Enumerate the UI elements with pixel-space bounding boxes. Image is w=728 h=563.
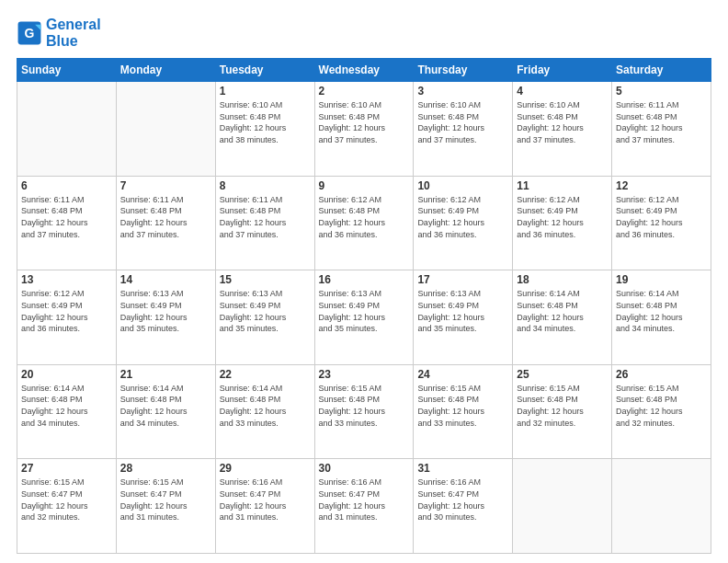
calendar-cell: 15Sunrise: 6:13 AM Sunset: 6:49 PM Dayli… [215, 270, 314, 365]
day-number: 25 [517, 368, 608, 381]
svg-text:G: G [25, 25, 35, 40]
calendar-cell: 30Sunrise: 6:16 AM Sunset: 6:47 PM Dayli… [314, 459, 414, 554]
day-info: Sunrise: 6:12 AM Sunset: 6:49 PM Dayligh… [517, 194, 608, 240]
calendar-week-1: 6Sunrise: 6:11 AM Sunset: 6:48 PM Daylig… [17, 176, 711, 270]
day-info: Sunrise: 6:11 AM Sunset: 6:48 PM Dayligh… [21, 194, 112, 240]
day-info: Sunrise: 6:10 AM Sunset: 6:48 PM Dayligh… [319, 99, 410, 145]
day-info: Sunrise: 6:15 AM Sunset: 6:47 PM Dayligh… [120, 477, 211, 523]
calendar-cell: 1Sunrise: 6:10 AM Sunset: 6:48 PM Daylig… [215, 82, 314, 177]
calendar-cell: 22Sunrise: 6:14 AM Sunset: 6:48 PM Dayli… [215, 364, 314, 459]
day-info: Sunrise: 6:14 AM Sunset: 6:48 PM Dayligh… [120, 383, 211, 429]
day-number: 28 [120, 462, 211, 475]
day-number: 14 [120, 273, 211, 286]
calendar-cell: 25Sunrise: 6:15 AM Sunset: 6:48 PM Dayli… [513, 364, 612, 459]
calendar-cell: 26Sunrise: 6:15 AM Sunset: 6:48 PM Dayli… [612, 364, 711, 459]
calendar-cell: 16Sunrise: 6:13 AM Sunset: 6:49 PM Dayli… [314, 270, 414, 365]
calendar-cell [116, 82, 215, 177]
day-info: Sunrise: 6:12 AM Sunset: 6:49 PM Dayligh… [21, 288, 112, 334]
calendar-cell: 31Sunrise: 6:16 AM Sunset: 6:47 PM Dayli… [414, 459, 513, 554]
day-number: 4 [517, 85, 608, 98]
day-number: 6 [21, 179, 112, 192]
calendar-cell: 24Sunrise: 6:15 AM Sunset: 6:48 PM Dayli… [414, 364, 513, 459]
day-info: Sunrise: 6:15 AM Sunset: 6:48 PM Dayligh… [517, 383, 608, 429]
day-info: Sunrise: 6:15 AM Sunset: 6:48 PM Dayligh… [616, 383, 707, 429]
calendar-week-0: 1Sunrise: 6:10 AM Sunset: 6:48 PM Daylig… [17, 82, 711, 177]
calendar-cell: 8Sunrise: 6:11 AM Sunset: 6:48 PM Daylig… [215, 176, 314, 270]
logo-text: General Blue [46, 17, 101, 49]
calendar-table: SundayMondayTuesdayWednesdayThursdayFrid… [17, 58, 711, 554]
calendar-week-4: 27Sunrise: 6:15 AM Sunset: 6:47 PM Dayli… [17, 459, 711, 554]
calendar-cell: 28Sunrise: 6:15 AM Sunset: 6:47 PM Dayli… [116, 459, 215, 554]
logo-icon: G [17, 20, 42, 46]
calendar-cell: 27Sunrise: 6:15 AM Sunset: 6:47 PM Dayli… [17, 459, 117, 554]
day-number: 30 [319, 462, 410, 475]
day-info: Sunrise: 6:16 AM Sunset: 6:47 PM Dayligh… [417, 477, 508, 523]
calendar-week-3: 20Sunrise: 6:14 AM Sunset: 6:48 PM Dayli… [17, 364, 711, 459]
weekday-header-friday: Friday [513, 59, 612, 82]
calendar-cell: 19Sunrise: 6:14 AM Sunset: 6:48 PM Dayli… [612, 270, 711, 365]
day-info: Sunrise: 6:14 AM Sunset: 6:48 PM Dayligh… [616, 288, 707, 334]
calendar-cell: 18Sunrise: 6:14 AM Sunset: 6:48 PM Dayli… [513, 270, 612, 365]
day-info: Sunrise: 6:13 AM Sunset: 6:49 PM Dayligh… [319, 288, 410, 334]
calendar-cell: 21Sunrise: 6:14 AM Sunset: 6:48 PM Dayli… [116, 364, 215, 459]
day-info: Sunrise: 6:15 AM Sunset: 6:48 PM Dayligh… [319, 383, 410, 429]
day-info: Sunrise: 6:13 AM Sunset: 6:49 PM Dayligh… [220, 288, 311, 334]
calendar-cell: 7Sunrise: 6:11 AM Sunset: 6:48 PM Daylig… [116, 176, 215, 270]
header: G General Blue [17, 17, 711, 49]
weekday-header-row: SundayMondayTuesdayWednesdayThursdayFrid… [17, 59, 711, 82]
day-number: 31 [417, 462, 508, 475]
calendar-cell: 6Sunrise: 6:11 AM Sunset: 6:48 PM Daylig… [17, 176, 117, 270]
day-number: 18 [517, 273, 608, 286]
day-info: Sunrise: 6:11 AM Sunset: 6:48 PM Dayligh… [120, 194, 211, 240]
day-number: 8 [220, 179, 311, 192]
day-info: Sunrise: 6:13 AM Sunset: 6:49 PM Dayligh… [120, 288, 211, 334]
day-number: 17 [417, 273, 508, 286]
calendar-cell: 29Sunrise: 6:16 AM Sunset: 6:47 PM Dayli… [215, 459, 314, 554]
day-number: 1 [220, 85, 311, 98]
calendar-cell: 3Sunrise: 6:10 AM Sunset: 6:48 PM Daylig… [414, 82, 513, 177]
calendar-cell: 4Sunrise: 6:10 AM Sunset: 6:48 PM Daylig… [513, 82, 612, 177]
day-number: 23 [319, 368, 410, 381]
day-number: 9 [319, 179, 410, 192]
day-info: Sunrise: 6:12 AM Sunset: 6:48 PM Dayligh… [319, 194, 410, 240]
day-info: Sunrise: 6:14 AM Sunset: 6:48 PM Dayligh… [220, 383, 311, 429]
day-info: Sunrise: 6:10 AM Sunset: 6:48 PM Dayligh… [517, 99, 608, 145]
day-number: 29 [220, 462, 311, 475]
day-number: 26 [616, 368, 707, 381]
day-number: 13 [21, 273, 112, 286]
day-number: 22 [220, 368, 311, 381]
day-number: 21 [120, 368, 211, 381]
day-info: Sunrise: 6:16 AM Sunset: 6:47 PM Dayligh… [220, 477, 311, 523]
day-info: Sunrise: 6:14 AM Sunset: 6:48 PM Dayligh… [21, 383, 112, 429]
day-info: Sunrise: 6:14 AM Sunset: 6:48 PM Dayligh… [517, 288, 608, 334]
day-number: 24 [417, 368, 508, 381]
day-info: Sunrise: 6:12 AM Sunset: 6:49 PM Dayligh… [417, 194, 508, 240]
day-info: Sunrise: 6:15 AM Sunset: 6:48 PM Dayligh… [417, 383, 508, 429]
calendar-cell: 10Sunrise: 6:12 AM Sunset: 6:49 PM Dayli… [414, 176, 513, 270]
day-info: Sunrise: 6:12 AM Sunset: 6:49 PM Dayligh… [616, 194, 707, 240]
day-info: Sunrise: 6:15 AM Sunset: 6:47 PM Dayligh… [21, 477, 112, 523]
day-number: 5 [616, 85, 707, 98]
calendar-cell: 23Sunrise: 6:15 AM Sunset: 6:48 PM Dayli… [314, 364, 414, 459]
calendar-cell: 17Sunrise: 6:13 AM Sunset: 6:49 PM Dayli… [414, 270, 513, 365]
calendar-cell [513, 459, 612, 554]
calendar-cell: 13Sunrise: 6:12 AM Sunset: 6:49 PM Dayli… [17, 270, 117, 365]
weekday-header-monday: Monday [116, 59, 215, 82]
calendar-cell: 2Sunrise: 6:10 AM Sunset: 6:48 PM Daylig… [314, 82, 414, 177]
calendar-cell: 14Sunrise: 6:13 AM Sunset: 6:49 PM Dayli… [116, 270, 215, 365]
calendar-cell: 5Sunrise: 6:11 AM Sunset: 6:48 PM Daylig… [612, 82, 711, 177]
calendar-cell [17, 82, 117, 177]
day-info: Sunrise: 6:10 AM Sunset: 6:48 PM Dayligh… [417, 99, 508, 145]
weekday-header-saturday: Saturday [612, 59, 711, 82]
weekday-header-wednesday: Wednesday [314, 59, 414, 82]
weekday-header-sunday: Sunday [17, 59, 117, 82]
weekday-header-thursday: Thursday [414, 59, 513, 82]
day-info: Sunrise: 6:10 AM Sunset: 6:48 PM Dayligh… [220, 99, 311, 145]
day-number: 16 [319, 273, 410, 286]
calendar-cell: 12Sunrise: 6:12 AM Sunset: 6:49 PM Dayli… [612, 176, 711, 270]
day-info: Sunrise: 6:11 AM Sunset: 6:48 PM Dayligh… [616, 99, 707, 145]
day-number: 10 [417, 179, 508, 192]
logo: G General Blue [17, 17, 101, 49]
day-number: 11 [517, 179, 608, 192]
day-number: 27 [21, 462, 112, 475]
